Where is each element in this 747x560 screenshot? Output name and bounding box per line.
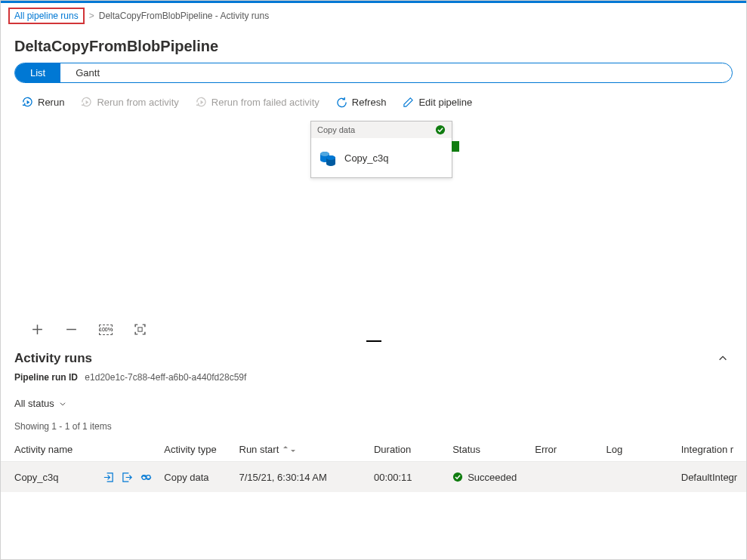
table-row[interactable]: Copy_c3q Copy data 7/15/21, 6:30:14 AM 0… bbox=[1, 462, 746, 492]
rerun-label: Rerun bbox=[38, 97, 64, 108]
rerun-activity-button: Rerun from activity bbox=[81, 97, 178, 108]
edit-pipeline-button[interactable]: Edit pipeline bbox=[403, 97, 472, 108]
zoom-reset-button[interactable]: 100% bbox=[99, 325, 113, 335]
toolbar: Rerun Rerun from activity Rerun from fai… bbox=[1, 92, 746, 117]
breadcrumb-separator-icon: > bbox=[89, 11, 94, 21]
details-icon[interactable] bbox=[140, 472, 152, 483]
zoom-out-button[interactable] bbox=[65, 323, 78, 336]
column-header-integration[interactable]: Integration r bbox=[675, 444, 746, 455]
column-header-error[interactable]: Error bbox=[529, 444, 600, 455]
run-start-label: Run start bbox=[239, 444, 279, 455]
activity-node-type-label: Copy data bbox=[317, 125, 355, 134]
activity-runs-title: Activity runs bbox=[14, 351, 92, 366]
success-icon bbox=[435, 125, 446, 135]
breadcrumb: All pipeline runs > DeltaCopyFromBlobPip… bbox=[1, 3, 746, 29]
edit-icon bbox=[403, 97, 414, 108]
rerun-activity-label: Rerun from activity bbox=[97, 97, 178, 108]
rerun-button[interactable]: Rerun bbox=[22, 97, 64, 108]
rerun-icon bbox=[22, 97, 33, 108]
status-text: Succeeded bbox=[468, 472, 517, 483]
breadcrumb-all-runs-link[interactable]: All pipeline runs bbox=[8, 8, 85, 24]
activity-node-name-label: Copy_c3q bbox=[344, 152, 389, 164]
rerun-activity-icon bbox=[81, 97, 92, 108]
cell-activity-name: Copy_c3q bbox=[14, 472, 59, 483]
column-header-run-start[interactable]: Run start bbox=[233, 444, 368, 455]
activity-runs-table: Activity name Activity type Run start Du… bbox=[1, 438, 746, 492]
sort-icon bbox=[282, 444, 297, 455]
column-header-activity-name[interactable]: Activity name bbox=[1, 444, 158, 455]
view-toggle: List Gantt bbox=[14, 63, 733, 83]
column-header-log[interactable]: Log bbox=[600, 444, 675, 455]
canvas-controls: 100% bbox=[31, 323, 147, 336]
page-title: DeltaCopyFromBlobPipeline bbox=[1, 29, 746, 63]
table-header: Activity name Activity type Run start Du… bbox=[1, 438, 746, 462]
cell-integration: DefaultIntegr bbox=[675, 472, 746, 483]
cell-status: Succeeded bbox=[446, 472, 529, 483]
output-icon[interactable] bbox=[122, 472, 133, 483]
tab-gantt[interactable]: Gantt bbox=[60, 63, 115, 82]
svg-rect-5 bbox=[138, 328, 142, 331]
activity-node-header: Copy data bbox=[311, 122, 452, 138]
svg-point-0 bbox=[436, 125, 445, 134]
page-container: All pipeline runs > DeltaCopyFromBlobPip… bbox=[0, 0, 747, 560]
refresh-label: Refresh bbox=[352, 97, 387, 108]
activity-runs-header: Activity runs bbox=[1, 346, 746, 369]
resize-handle[interactable] bbox=[1, 336, 746, 346]
svg-point-8 bbox=[453, 472, 462, 482]
column-header-activity-type[interactable]: Activity type bbox=[158, 444, 233, 455]
success-icon bbox=[452, 472, 463, 482]
cell-run-start: 7/15/21, 6:30:14 AM bbox=[233, 472, 368, 483]
fit-screen-icon bbox=[134, 323, 147, 336]
rerun-failed-label: Rerun from failed activity bbox=[211, 97, 319, 108]
rerun-failed-icon bbox=[196, 97, 207, 108]
pipeline-canvas[interactable]: Copy data Copy_c3q 100% bbox=[1, 117, 746, 336]
input-icon[interactable] bbox=[103, 472, 114, 483]
activity-node-copy-data[interactable]: Copy data Copy_c3q bbox=[310, 121, 452, 178]
plus-icon bbox=[31, 323, 44, 336]
status-filter-dropdown[interactable]: All status bbox=[1, 390, 746, 414]
pipeline-run-id-value: e1d20e1c-7c88-4eff-a6b0-a440fd28c59f bbox=[85, 372, 246, 383]
pipeline-run-id-label: Pipeline run ID bbox=[14, 372, 78, 383]
zoom-in-button[interactable] bbox=[31, 323, 44, 336]
cell-activity-type: Copy data bbox=[158, 472, 233, 483]
zoom-fit-button[interactable] bbox=[134, 323, 147, 336]
svg-point-4 bbox=[326, 155, 335, 160]
database-icon bbox=[319, 149, 337, 167]
column-header-status[interactable]: Status bbox=[446, 444, 529, 455]
refresh-icon bbox=[336, 97, 347, 108]
chevron-down-icon bbox=[59, 400, 66, 408]
pipeline-run-id-row: Pipeline run ID e1d20e1c-7c88-4eff-a6b0-… bbox=[1, 369, 746, 390]
minus-icon bbox=[65, 323, 78, 336]
column-header-duration[interactable]: Duration bbox=[368, 444, 446, 455]
status-filter-label: All status bbox=[14, 398, 54, 409]
rerun-failed-button: Rerun from failed activity bbox=[196, 97, 319, 108]
result-count-label: Showing 1 - 1 of 1 items bbox=[1, 414, 746, 438]
svg-point-2 bbox=[320, 152, 329, 156]
edit-label: Edit pipeline bbox=[418, 97, 472, 108]
collapse-section-button[interactable] bbox=[718, 353, 728, 364]
breadcrumb-current: DeltaCopyFromBlobPipeline - Activity run… bbox=[99, 11, 269, 21]
activity-node-output-port[interactable] bbox=[452, 141, 459, 152]
refresh-button[interactable]: Refresh bbox=[336, 97, 387, 108]
tab-list[interactable]: List bbox=[15, 63, 60, 82]
zoom-percent-label: 100% bbox=[99, 327, 113, 332]
cell-duration: 00:00:11 bbox=[368, 472, 446, 483]
activity-node-body: Copy_c3q bbox=[311, 138, 452, 177]
